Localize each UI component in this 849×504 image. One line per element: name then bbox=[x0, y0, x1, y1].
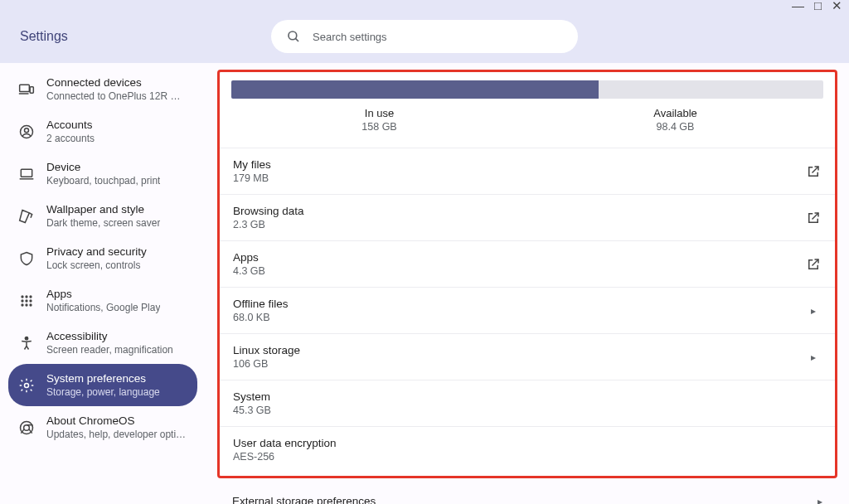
sidebar-item-apps[interactable]: AppsNotifications, Google Play bbox=[8, 279, 197, 322]
svg-point-6 bbox=[25, 128, 29, 132]
storage-in-use: In use 158 GB bbox=[231, 107, 527, 133]
search-box[interactable] bbox=[271, 20, 578, 53]
chevron-right-icon: ▸ bbox=[805, 303, 822, 319]
storage-row-name: User data encryption bbox=[233, 437, 822, 449]
sidebar-item-privacy-and-security[interactable]: Privacy and securityLock screen, control… bbox=[8, 237, 197, 279]
storage-row-apps[interactable]: Apps4.3 GB bbox=[220, 240, 835, 287]
storage-row-value: 2.3 GB bbox=[233, 219, 805, 230]
sidebar-item-sub: Updates, help, developer options bbox=[46, 429, 187, 440]
storage-row-value: 68.0 KB bbox=[233, 312, 805, 323]
sidebar-item-sub: Dark theme, screen saver bbox=[46, 217, 160, 229]
style-icon bbox=[18, 208, 35, 225]
available-value: 98.4 GB bbox=[527, 121, 823, 133]
svg-point-19 bbox=[25, 383, 29, 387]
sidebar-item-about-chromeos[interactable]: About ChromeOSUpdates, help, developer o… bbox=[8, 406, 197, 448]
sidebar-item-label: Privacy and security bbox=[46, 245, 147, 258]
storage-row-value: 4.3 GB bbox=[233, 265, 805, 277]
svg-point-17 bbox=[29, 303, 32, 306]
sidebar-item-accessibility[interactable]: AccessibilityScreen reader, magnificatio… bbox=[8, 322, 197, 364]
sidebar-item-connected-devices[interactable]: Connected devicesConnected to OnePlus 12… bbox=[8, 68, 197, 110]
storage-row-my-files[interactable]: My files179 MB bbox=[220, 148, 835, 194]
sidebar-item-label: Device bbox=[46, 161, 160, 173]
svg-point-9 bbox=[21, 295, 23, 298]
gear-icon bbox=[18, 377, 35, 394]
sidebar-item-label: Accounts bbox=[46, 119, 95, 131]
open-external-icon bbox=[805, 163, 822, 180]
sidebar-item-sub: Lock screen, controls bbox=[46, 259, 147, 271]
chevron-right-icon: ▸ bbox=[805, 349, 822, 366]
open-external-icon bbox=[805, 210, 822, 226]
sidebar-item-system-preferences[interactable]: System preferencesStorage, power, langua… bbox=[8, 364, 197, 406]
sidebar-item-label: Accessibility bbox=[46, 330, 173, 342]
storage-row-name: Apps bbox=[233, 251, 805, 264]
storage-row-offline-files[interactable]: Offline files68.0 KB▸ bbox=[220, 287, 835, 333]
svg-rect-3 bbox=[30, 86, 33, 93]
available-label: Available bbox=[527, 107, 823, 119]
svg-point-0 bbox=[289, 32, 297, 40]
storage-usage-bar bbox=[231, 80, 823, 99]
storage-row-name: Offline files bbox=[233, 298, 805, 310]
svg-rect-2 bbox=[20, 85, 30, 91]
storage-used-segment bbox=[231, 80, 599, 99]
sidebar-item-sub: 2 accounts bbox=[46, 133, 95, 144]
storage-row-system: System45.3 GB bbox=[220, 380, 835, 426]
sidebar-item-sub: Storage, power, language bbox=[46, 386, 160, 398]
svg-point-10 bbox=[25, 295, 27, 298]
storage-row-browsing-data[interactable]: Browsing data2.3 GB bbox=[220, 194, 835, 240]
storage-row-value: 45.3 GB bbox=[233, 405, 822, 416]
sidebar-item-sub: Keyboard, touchpad, print bbox=[46, 175, 160, 187]
storage-row-name: Linux storage bbox=[233, 344, 805, 356]
search-input[interactable] bbox=[313, 31, 563, 43]
svg-point-11 bbox=[29, 295, 32, 298]
account-icon bbox=[18, 124, 35, 140]
svg-point-21 bbox=[24, 424, 30, 430]
storage-row-name: System bbox=[233, 390, 822, 403]
storage-row-value: AES-256 bbox=[233, 451, 822, 463]
storage-row-value: 106 GB bbox=[233, 358, 805, 370]
storage-row-value: 179 MB bbox=[233, 172, 805, 184]
sidebar-item-accounts[interactable]: Accounts2 accounts bbox=[8, 110, 197, 153]
svg-point-13 bbox=[25, 299, 27, 302]
storage-row-user-data-encryption: User data encryptionAES-256 bbox=[220, 426, 835, 472]
sidebar-item-label: Wallpaper and style bbox=[46, 203, 160, 216]
shield-icon bbox=[18, 250, 35, 267]
sidebar-item-sub: Notifications, Google Play bbox=[46, 302, 160, 313]
accessibility-icon bbox=[18, 335, 35, 351]
sidebar-item-label: Apps bbox=[46, 288, 160, 300]
sidebar: Connected devicesConnected to OnePlus 12… bbox=[0, 63, 206, 504]
devices-icon bbox=[18, 81, 35, 98]
app-title: Settings bbox=[20, 29, 68, 44]
svg-line-1 bbox=[295, 38, 298, 41]
sidebar-item-wallpaper-and-style[interactable]: Wallpaper and styleDark theme, screen sa… bbox=[8, 195, 197, 237]
sidebar-item-label: About ChromeOS bbox=[46, 414, 187, 427]
svg-point-12 bbox=[21, 299, 23, 302]
laptop-icon bbox=[18, 166, 35, 182]
app-header: Settings bbox=[0, 10, 849, 63]
sidebar-item-sub: Connected to OnePlus 12R Gens... bbox=[46, 90, 187, 102]
search-icon bbox=[286, 29, 301, 44]
open-external-icon bbox=[805, 256, 822, 273]
sidebar-item-device[interactable]: DeviceKeyboard, touchpad, print bbox=[8, 153, 197, 195]
storage-card: In use 158 GB Available 98.4 GB My files… bbox=[217, 70, 837, 478]
storage-row-linux-storage[interactable]: Linux storage106 GB▸ bbox=[220, 333, 835, 380]
chevron-right-icon: ▸ bbox=[817, 496, 822, 505]
svg-point-15 bbox=[21, 303, 23, 306]
external-storage-row[interactable]: External storage preferences ▸ bbox=[217, 485, 837, 504]
in-use-value: 158 GB bbox=[231, 121, 527, 133]
sidebar-item-label: System preferences bbox=[46, 372, 160, 385]
chrome-icon bbox=[18, 419, 35, 436]
storage-row-name: Browsing data bbox=[233, 205, 805, 217]
storage-row-name: My files bbox=[233, 158, 805, 171]
external-storage-label: External storage preferences bbox=[232, 495, 376, 504]
sidebar-item-label: Connected devices bbox=[46, 76, 187, 89]
svg-rect-7 bbox=[21, 169, 32, 177]
svg-point-18 bbox=[25, 337, 27, 339]
apps-icon bbox=[18, 293, 35, 309]
svg-point-16 bbox=[25, 303, 27, 306]
sidebar-item-sub: Screen reader, magnification bbox=[46, 344, 173, 356]
storage-available: Available 98.4 GB bbox=[527, 107, 823, 133]
titlebar: — □ ✕ bbox=[0, 0, 849, 10]
in-use-label: In use bbox=[231, 107, 527, 119]
svg-point-14 bbox=[29, 299, 32, 302]
content-area: In use 158 GB Available 98.4 GB My files… bbox=[206, 63, 849, 504]
